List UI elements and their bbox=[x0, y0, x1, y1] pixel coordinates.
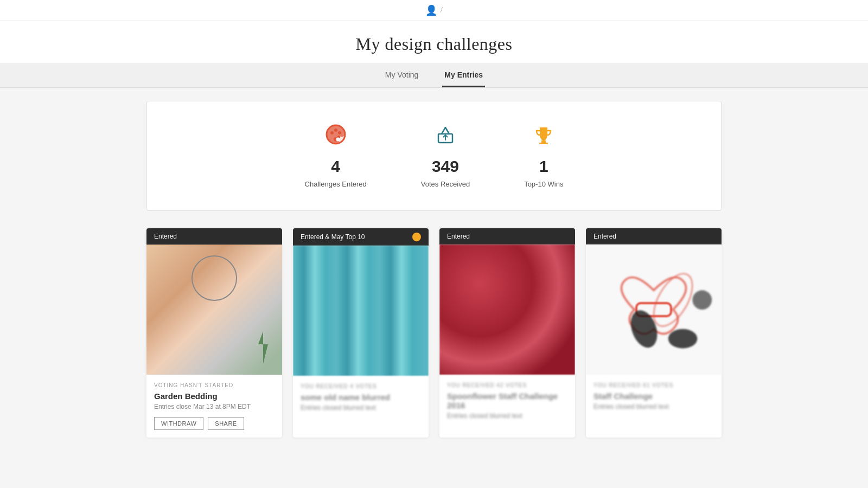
wins-count: 1 bbox=[524, 157, 563, 176]
challenges-label: Challenges Entered bbox=[305, 180, 367, 188]
card-badge-3: Entered bbox=[439, 228, 575, 245]
card-info-4: YOU RECEIVED 61 VOTES Staff Challenge En… bbox=[586, 375, 722, 425]
votes-label: Votes Received bbox=[421, 180, 470, 188]
stat-challenges: 4 Challenges Entered bbox=[305, 123, 367, 189]
withdraw-button-1[interactable]: WITHDRAW bbox=[154, 417, 203, 430]
stat-wins: 1 Top-10 Wins bbox=[524, 123, 563, 189]
badge-dot-2 bbox=[412, 233, 421, 241]
stat-votes: 349 Votes Received bbox=[421, 123, 470, 189]
entry-card-1[interactable]: Entered VOTING HASN'T STARTED Garden Bed… bbox=[146, 228, 282, 438]
challenge-name-3: Spoonflower Staff Challenge 2016 bbox=[447, 391, 567, 410]
voting-status-1: VOTING HASN'T STARTED bbox=[154, 382, 275, 388]
breadcrumb-separator: / bbox=[441, 6, 443, 15]
close-date-2: Entries closed blurred text bbox=[301, 404, 421, 412]
badge-label-1: Entered bbox=[154, 233, 177, 240]
trophy-icon bbox=[524, 123, 563, 151]
page-title: My design challenges bbox=[0, 34, 868, 54]
close-date-3: Entries closed blurred text bbox=[447, 412, 567, 420]
badge-label-4: Entered bbox=[593, 233, 616, 240]
badge-label-3: Entered bbox=[447, 233, 470, 240]
user-icon[interactable]: 👤 bbox=[425, 4, 437, 16]
close-date-1: Entries close Mar 13 at 8PM EDT bbox=[154, 403, 275, 410]
voting-status-2: YOU RECEIVED 4 VOTES bbox=[301, 383, 421, 389]
svg-rect-9 bbox=[541, 140, 546, 143]
votes-count: 349 bbox=[421, 157, 470, 176]
entry-card-2[interactable]: Entered & May Top 10 YOU RECEIVED 4 VOTE… bbox=[293, 228, 429, 438]
svg-point-13 bbox=[668, 329, 698, 349]
card-image-2 bbox=[293, 246, 429, 376]
card-badge-2: Entered & May Top 10 bbox=[293, 228, 429, 246]
tab-bar: My Voting My Entries bbox=[0, 63, 868, 88]
vote-icon bbox=[421, 123, 470, 151]
svg-rect-10 bbox=[539, 143, 548, 144]
palette-icon bbox=[305, 123, 367, 151]
svg-point-6 bbox=[336, 138, 340, 142]
share-button-1[interactable]: SHARE bbox=[208, 417, 244, 430]
main-content: 4 Challenges Entered 349 Votes Received bbox=[136, 88, 732, 451]
card-badge-4: Entered bbox=[586, 228, 722, 245]
svg-point-14 bbox=[692, 290, 712, 310]
card-info-2: YOU RECEIVED 4 VOTES some old name blurr… bbox=[293, 376, 429, 426]
card-info-3: YOU RECEIVED 42 VOTES Spoonflower Staff … bbox=[439, 375, 575, 434]
challenge-name-1: Garden Bedding bbox=[154, 391, 275, 401]
page-title-area: My design challenges My Voting My Entrie… bbox=[0, 21, 868, 88]
card-image-3 bbox=[439, 245, 575, 375]
entry-card-3[interactable]: Entered YOU RECEIVED 42 VOTES Spoonflowe… bbox=[439, 228, 575, 438]
badge-label-2: Entered & May Top 10 bbox=[301, 233, 365, 241]
card-badge-1: Entered bbox=[146, 228, 282, 245]
challenges-count: 4 bbox=[305, 157, 367, 176]
voting-status-3: YOU RECEIVED 42 VOTES bbox=[447, 382, 567, 388]
card-image-1 bbox=[146, 245, 282, 375]
card-actions-1: WITHDRAW SHARE bbox=[154, 417, 275, 430]
entries-grid: Entered VOTING HASN'T STARTED Garden Bed… bbox=[146, 228, 722, 438]
card-info-1: VOTING HASN'T STARTED Garden Bedding Ent… bbox=[146, 375, 282, 438]
close-date-4: Entries closed blurred text bbox=[593, 403, 714, 410]
voting-status-4: YOU RECEIVED 61 VOTES bbox=[593, 382, 714, 388]
challenge-name-2: some old name blurred bbox=[301, 393, 421, 402]
top-nav: 👤 / bbox=[0, 0, 868, 21]
entry-card-4[interactable]: Entered YOU RECEIVED 61 VOTES Staff Chal… bbox=[586, 228, 722, 438]
card-image-4 bbox=[586, 245, 722, 375]
tab-my-voting[interactable]: My Voting bbox=[383, 63, 420, 87]
challenge-name-4: Staff Challenge bbox=[593, 391, 714, 401]
wins-label: Top-10 Wins bbox=[524, 180, 563, 188]
tab-my-entries[interactable]: My Entries bbox=[442, 63, 485, 87]
stats-card: 4 Challenges Entered 349 Votes Received bbox=[146, 101, 722, 211]
